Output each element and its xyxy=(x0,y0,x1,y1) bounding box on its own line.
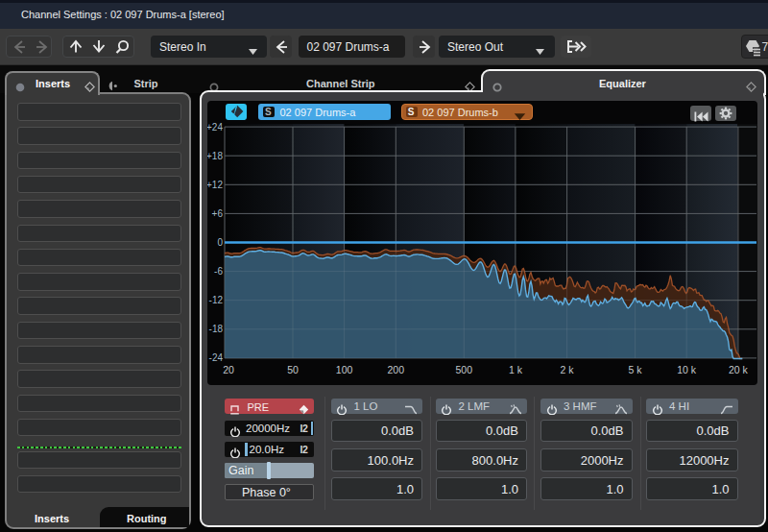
svg-text:+12: +12 xyxy=(207,179,223,189)
svg-text:200: 200 xyxy=(388,364,405,375)
svg-text:5 k: 5 k xyxy=(629,364,643,375)
svg-text:100: 100 xyxy=(336,364,353,375)
svg-text:1 k: 1 k xyxy=(509,364,523,375)
svg-text:500: 500 xyxy=(456,364,473,375)
svg-text:10 k: 10 k xyxy=(677,364,697,375)
svg-text:-12: -12 xyxy=(209,295,224,305)
svg-text:20 k: 20 k xyxy=(729,364,749,375)
svg-text:-24: -24 xyxy=(209,352,224,363)
svg-text:+18: +18 xyxy=(207,150,223,160)
svg-text:-6: -6 xyxy=(214,266,223,277)
svg-text:0: 0 xyxy=(217,236,223,247)
svg-text:2 k: 2 k xyxy=(561,364,575,375)
svg-text:+6: +6 xyxy=(212,207,224,218)
svg-text:-18: -18 xyxy=(209,324,224,334)
svg-text:20: 20 xyxy=(223,364,234,375)
svg-text:50: 50 xyxy=(287,364,299,375)
svg-text:+24: +24 xyxy=(207,121,223,132)
